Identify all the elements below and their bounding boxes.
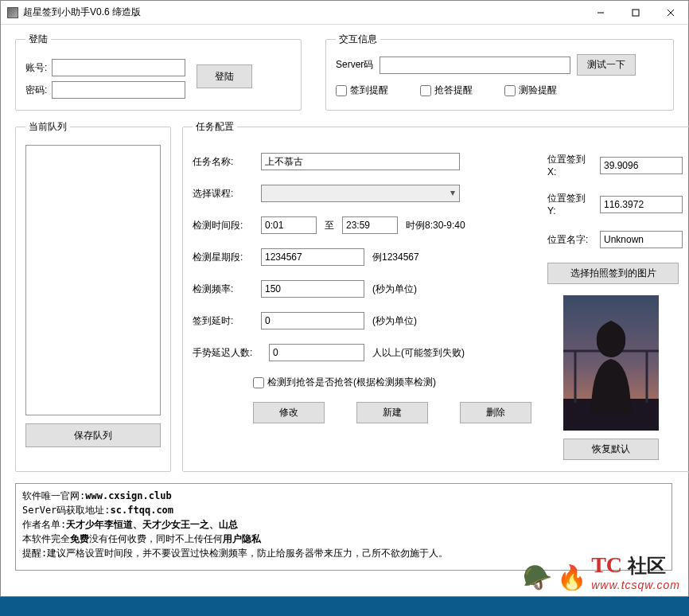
app-icon xyxy=(7,7,18,18)
info-legend: 交互信息 xyxy=(336,33,380,46)
content-area: 登陆 账号: 密码: 登陆 交互信 xyxy=(1,25,688,579)
task-panel: 任务配置 任务名称: 选择课程: xyxy=(182,120,689,472)
login-legend: 登陆 xyxy=(25,33,51,46)
maximize-button[interactable] xyxy=(618,2,653,24)
loc-name-label: 位置名字: xyxy=(547,233,592,247)
photo-preview-image xyxy=(563,295,659,431)
maximize-icon xyxy=(632,9,640,17)
delay-label: 签到延时: xyxy=(193,314,253,328)
signin-reminder-check[interactable]: 签到提醒 xyxy=(336,84,388,97)
save-queue-button[interactable]: 保存队列 xyxy=(25,423,161,447)
delay-hint: (秒为单位) xyxy=(372,314,417,328)
watermark-icon-1: 🪖 xyxy=(523,563,552,591)
watermark-sq: 社区 xyxy=(628,556,666,576)
queue-legend: 当前队列 xyxy=(25,120,70,134)
course-label: 选择课程: xyxy=(193,187,253,201)
close-button[interactable] xyxy=(653,2,688,24)
password-input[interactable] xyxy=(52,81,185,99)
signin-reminder-checkbox[interactable] xyxy=(336,85,347,96)
freq-hint: (秒为单位) xyxy=(372,283,417,296)
account-input[interactable] xyxy=(52,59,185,76)
password-label: 密码: xyxy=(25,84,47,97)
photo-preview xyxy=(563,295,659,431)
time-to-label: 至 xyxy=(325,219,334,232)
loc-y-input[interactable] xyxy=(600,196,683,213)
login-panel: 登陆 账号: 密码: 登陆 xyxy=(15,33,302,111)
week-label: 检测星期段: xyxy=(193,251,253,264)
window-title: 超星签到小助手V0.6 缔造版 xyxy=(23,6,141,19)
close-icon xyxy=(667,9,675,17)
answer-grab-check[interactable]: 检测到抢答是否抢答(根据检测频率检测) xyxy=(253,376,531,389)
log-line-3: 作者名单:天才少年李恒道、天才少女王一之、山总 xyxy=(22,517,665,532)
app-window: 超星签到小助手V0.6 缔造版 登陆 账号: xyxy=(0,0,689,597)
login-button[interactable]: 登陆 xyxy=(197,64,252,88)
log-line-4: 本软件完全免费没有任何收费，同时不上传任何用户隐私 xyxy=(22,532,665,546)
watermark: 🪖 🔥 TC 社区 www.tcsqw.com xyxy=(523,552,680,591)
loc-x-input[interactable] xyxy=(600,157,683,174)
task-legend: 任务配置 xyxy=(193,120,237,134)
watermark-url: www.tcsqw.com xyxy=(591,579,680,591)
log-line-1: 软件唯一官网:www.cxsign.club xyxy=(22,489,665,503)
gesture-input[interactable] xyxy=(269,344,364,361)
account-label: 账号: xyxy=(25,61,47,75)
freq-label: 检测频率: xyxy=(193,283,253,296)
log-line-2: SerVer码获取地址:sc.ftqq.com xyxy=(22,503,665,517)
test-reminder-check[interactable]: 测验提醒 xyxy=(504,84,557,97)
answer-reminder-checkbox[interactable] xyxy=(420,85,431,96)
time-to-input[interactable] xyxy=(342,216,398,234)
server-input[interactable] xyxy=(380,57,570,74)
select-photo-button[interactable]: 选择拍照签到的图片 xyxy=(547,263,679,284)
minimize-icon xyxy=(597,9,605,17)
loc-y-label: 位置签到Y: xyxy=(547,192,592,216)
titlebar: 超星签到小助手V0.6 缔造版 xyxy=(1,1,688,25)
freq-input[interactable] xyxy=(261,280,364,298)
test-button[interactable]: 测试一下 xyxy=(577,54,636,76)
time-hint: 时例8:30-9:40 xyxy=(406,219,465,232)
queue-panel: 当前队列 保存队列 xyxy=(15,120,171,472)
restore-default-button[interactable]: 恢复默认 xyxy=(563,439,659,460)
queue-list[interactable] xyxy=(25,145,161,415)
delete-button[interactable]: 删除 xyxy=(460,402,531,423)
time-from-input[interactable] xyxy=(261,216,317,234)
svg-rect-1 xyxy=(633,10,639,16)
minimize-button[interactable] xyxy=(583,2,618,24)
server-label: Server码 xyxy=(336,58,373,72)
modify-button[interactable]: 修改 xyxy=(253,402,325,423)
week-hint: 例1234567 xyxy=(372,251,419,264)
answer-grab-checkbox[interactable] xyxy=(253,377,264,388)
week-input[interactable] xyxy=(261,248,364,266)
time-label: 检测时间段: xyxy=(193,219,253,232)
gesture-hint: 人以上(可能签到失败) xyxy=(372,346,465,360)
loc-x-label: 位置签到X: xyxy=(547,153,592,177)
watermark-tc: TC xyxy=(591,552,622,577)
task-name-input[interactable] xyxy=(261,153,460,170)
watermark-icon-2: 🔥 xyxy=(557,563,586,591)
info-panel: 交互信息 Server码 测试一下 签到提醒 抢答提醒 xyxy=(325,33,674,111)
loc-name-input[interactable] xyxy=(600,231,683,248)
task-name-label: 任务名称: xyxy=(193,155,253,169)
course-select[interactable] xyxy=(261,185,460,202)
new-button[interactable]: 新建 xyxy=(356,402,428,423)
gesture-label: 手势延迟人数: xyxy=(193,346,261,360)
answer-reminder-check[interactable]: 抢答提醒 xyxy=(420,84,473,97)
delay-input[interactable] xyxy=(261,312,364,329)
test-reminder-checkbox[interactable] xyxy=(504,85,516,96)
